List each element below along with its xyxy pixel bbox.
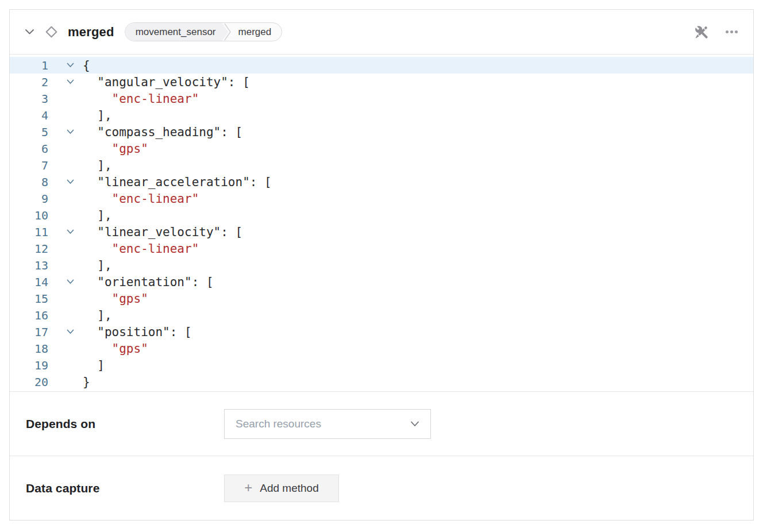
code-line[interactable]: 6 "gps": [10, 140, 753, 157]
fold-gutter: [48, 290, 83, 307]
line-number: 7: [10, 159, 48, 172]
fold-gutter: [48, 307, 83, 323]
code-line[interactable]: 15 "gps": [10, 290, 753, 307]
fold-chevron-icon[interactable]: [48, 174, 83, 190]
line-number: 20: [10, 375, 48, 389]
code-line[interactable]: 8 "linear_acceleration": [: [10, 174, 753, 190]
line-number: 19: [10, 358, 48, 372]
fold-gutter: [48, 107, 83, 124]
code-text: "linear_acceleration": [: [83, 175, 272, 189]
component-header: merged movement_sensor merged: [10, 10, 753, 55]
code-text: "linear_velocity": [: [83, 225, 242, 239]
code-line[interactable]: 3 "enc-linear": [10, 90, 753, 107]
code-text: "compass_heading": [: [83, 125, 242, 139]
code-line[interactable]: 11 "linear_velocity": [: [10, 223, 753, 240]
tools-button[interactable]: [694, 25, 709, 40]
code-line[interactable]: 7 ],: [10, 157, 753, 174]
code-line[interactable]: 10 ],: [10, 207, 753, 223]
code-line[interactable]: 5 "compass_heading": [: [10, 124, 753, 140]
add-method-button[interactable]: + Add method: [224, 475, 339, 502]
line-number: 11: [10, 225, 48, 239]
fold-gutter: [48, 357, 83, 373]
fold-gutter: [48, 240, 83, 257]
fold-gutter: [48, 90, 83, 107]
code-text: "enc-linear": [83, 242, 199, 256]
code-text: }: [83, 375, 90, 389]
breadcrumb-type: movement_sensor: [125, 23, 229, 41]
code-line[interactable]: 1{: [10, 57, 753, 74]
chevron-down-icon: [25, 29, 34, 35]
code-text: ]: [83, 358, 105, 372]
chevron-down-icon: [410, 421, 419, 427]
ellipsis-icon: [725, 30, 738, 34]
line-number: 1: [10, 59, 48, 72]
collapse-button[interactable]: [25, 29, 34, 35]
fold-chevron-icon[interactable]: [48, 223, 83, 240]
line-number: 18: [10, 342, 48, 356]
breadcrumb-name: merged: [232, 26, 282, 38]
code-text: "orientation": [: [83, 275, 214, 289]
fold-gutter: [48, 373, 83, 390]
line-number: 16: [10, 309, 48, 322]
depends-on-label: Depends on: [26, 417, 224, 431]
fold-gutter: [48, 157, 83, 174]
code-line[interactable]: 13 ],: [10, 257, 753, 273]
component-title: merged: [68, 25, 114, 40]
fold-chevron-icon[interactable]: [48, 273, 83, 290]
wrench-screwdriver-icon: [694, 25, 709, 40]
code-line[interactable]: 17 "position": [: [10, 323, 753, 340]
line-number: 3: [10, 92, 48, 106]
code-line[interactable]: 2 "angular_velocity": [: [10, 74, 753, 90]
line-number: 5: [10, 125, 48, 139]
fold-chevron-icon[interactable]: [48, 323, 83, 340]
data-capture-section: Data capture + Add method: [10, 456, 753, 520]
code-text: ],: [83, 209, 112, 222]
code-text: {: [83, 59, 90, 72]
code-line[interactable]: 14 "orientation": [: [10, 273, 753, 290]
more-menu-button[interactable]: [725, 30, 738, 34]
code-text: "angular_velocity": [: [83, 75, 250, 89]
line-number: 12: [10, 242, 48, 256]
line-number: 13: [10, 259, 48, 272]
code-line[interactable]: 12 "enc-linear": [10, 240, 753, 257]
line-number: 9: [10, 192, 48, 206]
line-number: 17: [10, 325, 48, 339]
select-placeholder: Search resources: [236, 418, 410, 430]
code-text: "enc-linear": [83, 192, 199, 206]
line-number: 6: [10, 142, 48, 156]
header-actions: [694, 25, 738, 40]
resource-search-select[interactable]: Search resources: [224, 409, 431, 439]
code-line[interactable]: 18 "gps": [10, 340, 753, 357]
code-editor[interactable]: 1{2 "angular_velocity": [3 "enc-linear"4…: [10, 55, 753, 391]
line-number: 2: [10, 75, 48, 89]
code-text: "gps": [83, 292, 148, 306]
data-capture-label: Data capture: [26, 481, 224, 495]
line-number: 10: [10, 209, 48, 222]
line-number: 4: [10, 109, 48, 122]
line-number: 14: [10, 275, 48, 289]
code-line[interactable]: 9 "enc-linear": [10, 190, 753, 207]
code-text: "enc-linear": [83, 92, 199, 106]
code-line[interactable]: 19 ]: [10, 357, 753, 373]
code-text: ],: [83, 159, 112, 172]
code-line[interactable]: 4 ],: [10, 107, 753, 124]
code-text: "gps": [83, 142, 148, 156]
breadcrumb: movement_sensor merged: [125, 22, 282, 41]
depends-on-section: Depends on Search resources: [10, 391, 753, 456]
add-method-label: Add method: [260, 482, 318, 495]
fold-gutter: [48, 340, 83, 357]
component-card: merged movement_sensor merged: [9, 9, 754, 521]
code-line[interactable]: 20}: [10, 373, 753, 390]
fold-gutter: [48, 207, 83, 223]
code-text: ],: [83, 109, 112, 122]
fold-gutter: [48, 140, 83, 157]
code-text: "position": [: [83, 325, 192, 339]
fold-chevron-icon[interactable]: [48, 57, 83, 74]
code-text: ],: [83, 259, 112, 272]
fold-chevron-icon[interactable]: [48, 124, 83, 140]
code-text: ],: [83, 309, 112, 322]
fold-chevron-icon[interactable]: [48, 74, 83, 90]
plus-icon: +: [244, 481, 252, 495]
line-number: 15: [10, 292, 48, 306]
code-line[interactable]: 16 ],: [10, 307, 753, 323]
